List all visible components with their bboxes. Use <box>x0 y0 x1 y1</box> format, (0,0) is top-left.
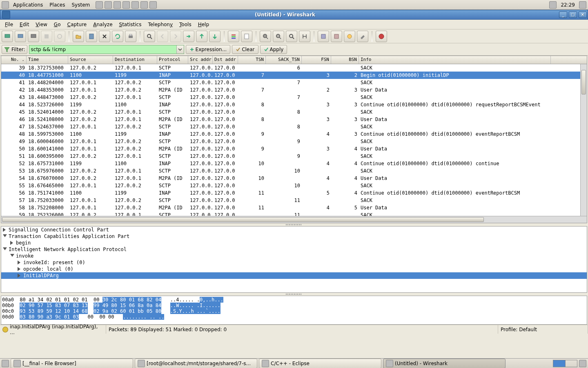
collapse-icon[interactable] <box>3 247 7 251</box>
packet-list-hscrollbar[interactable] <box>1 216 587 223</box>
gnome-menu-places[interactable]: Places <box>47 1 67 9</box>
save-button[interactable] <box>86 31 97 42</box>
status-profile[interactable]: Profile: Default <box>498 325 588 334</box>
network-icon[interactable] <box>549 1 557 9</box>
menu-analyze[interactable]: Analyze <box>90 20 116 29</box>
display-filters-button[interactable] <box>331 31 342 42</box>
packet-row[interactable]: 4118.448204000127.0.0.1127.0.0.2SCTP127.… <box>1 79 587 86</box>
packet-row[interactable]: 3918.372753000127.0.0.2127.0.0.1SCTP127.… <box>1 64 587 72</box>
tree-node[interactable]: begin <box>1 240 587 246</box>
packet-row[interactable]: 4318.448473000127.0.0.2127.0.0.1SCTP127.… <box>1 94 587 101</box>
packet-row[interactable]: 4418.52372600011991100INAP127.0.0.127.0.… <box>1 101 587 108</box>
restart-capture-button[interactable] <box>54 31 65 42</box>
expand-icon[interactable] <box>3 228 7 232</box>
trash-icon[interactable] <box>579 360 586 367</box>
packet-bytes-pane[interactable]: 00a0 80 a1 34 02 01 01 02 01 00 30 2c 80… <box>1 296 587 325</box>
open-button[interactable] <box>73 31 84 42</box>
tree-node[interactable]: invoke <box>1 253 587 259</box>
launcher-icon[interactable] <box>140 1 148 9</box>
tree-node[interactable]: Signalling Connection Control Part <box>1 227 587 233</box>
tree-node[interactable]: InitialDPArg <box>1 272 587 279</box>
packet-row[interactable]: 5618.75174100011001199INAP127.0.0.127.0.… <box>1 189 587 197</box>
expression-button[interactable]: Expression... <box>186 45 231 54</box>
gnome-menu-applications[interactable]: Applications <box>11 1 45 9</box>
column-header-tsn[interactable]: TSN <box>238 56 266 64</box>
expand-icon[interactable] <box>10 241 14 245</box>
hex-line[interactable]: 00d0 03 80 90 a3 9c 01 03 00 00 00 .....… <box>2 314 586 320</box>
column-header-time[interactable]: Time <box>27 56 68 64</box>
help-button[interactable] <box>376 31 387 42</box>
scrollbar-thumb[interactable] <box>2 217 484 222</box>
launcher-icon[interactable] <box>105 1 112 9</box>
show-desktop-icon[interactable] <box>2 360 9 367</box>
taskbar-button[interactable]: (Untitled) - Wireshark <box>383 359 506 368</box>
launcher-icon[interactable] <box>122 1 130 9</box>
clear-button[interactable]: Clear <box>232 45 258 54</box>
packet-list-pane[interactable]: No. . Time Source Destination Protocol S… <box>1 56 587 223</box>
expand-icon[interactable] <box>18 260 22 265</box>
column-header-source[interactable]: Source <box>68 56 113 64</box>
preferences-button[interactable] <box>357 31 368 42</box>
zoom-reset-button[interactable] <box>286 31 297 42</box>
taskbar-button[interactable]: [__final - File Browser] <box>11 359 133 368</box>
go-back-button[interactable] <box>157 31 168 42</box>
menu-capture[interactable]: Capture <box>64 20 90 29</box>
tree-node[interactable]: opcode: local (0) <box>1 266 587 272</box>
column-header-fsn[interactable]: FSN <box>302 56 331 64</box>
hex-line[interactable]: 00b0 02 90 57 15 83 07 83 13 99 49 80 15… <box>2 303 586 308</box>
filter-input[interactable] <box>29 45 184 54</box>
minimize-button[interactable]: _ <box>559 11 567 18</box>
colorize-button[interactable] <box>228 31 239 42</box>
expert-info-icon[interactable] <box>2 327 8 332</box>
window-titlebar[interactable]: (Untitled) - Wireshark _ ▢ × <box>0 10 588 20</box>
packet-row[interactable]: 5218.67573100011991100INAP127.0.0.127.0.… <box>1 160 587 167</box>
gnome-menu-system[interactable]: System <box>69 1 92 9</box>
column-header-no[interactable]: No. . <box>1 56 27 64</box>
column-header-destination[interactable]: Destination <box>113 56 157 64</box>
packet-details-pane[interactable]: Signalling Connection Control PartTransa… <box>1 226 587 293</box>
menu-tools[interactable]: Tools <box>176 20 195 29</box>
packet-row[interactable]: 5418.676070000127.0.0.2127.0.0.1M2PA (ID… <box>1 175 587 182</box>
column-header-sack-tsn[interactable]: SACK_TSN <box>266 56 302 64</box>
column-header-src-addr[interactable]: Src addr <box>188 56 213 64</box>
packet-row[interactable]: 4718.524637000127.0.0.1127.0.0.2SCTP127.… <box>1 123 587 130</box>
packet-row[interactable]: 4218.448353000127.0.0.1127.0.0.2M2PA (ID… <box>1 86 587 94</box>
hex-line[interactable]: 00c0 93 53 89 59 12 10 14 68 02 9a 02 60… <box>2 308 586 314</box>
start-capture-button[interactable] <box>28 31 39 42</box>
packet-row[interactable]: 4018.44775100011001199INAP127.0.0.127.0.… <box>1 72 587 79</box>
find-button[interactable] <box>144 31 155 42</box>
tree-node[interactable]: invokeId: present (0) <box>1 259 587 266</box>
packet-row[interactable]: 5818.752208000127.0.0.1127.0.0.2M2PA (ID… <box>1 204 587 211</box>
apply-button[interactable]: Apply <box>260 45 287 54</box>
scrollbar-thumb[interactable] <box>581 70 586 94</box>
coloring-rules-button[interactable] <box>344 31 355 42</box>
packet-row[interactable]: 5118.600395000127.0.0.2127.0.0.1SCTP127.… <box>1 153 587 160</box>
workspace-switcher[interactable] <box>553 360 577 367</box>
collapse-icon[interactable] <box>3 234 7 238</box>
menu-help[interactable]: Help <box>195 20 212 29</box>
clock[interactable]: 22:29 <box>558 2 577 8</box>
zoom-in-button[interactable] <box>260 31 271 42</box>
go-to-button[interactable] <box>183 31 194 42</box>
tree-node[interactable]: Intelligent Network Application Protocol <box>1 246 587 253</box>
resize-columns-button[interactable] <box>299 31 310 42</box>
packet-row[interactable]: 5018.600141000127.0.0.1127.0.0.2M2PA (ID… <box>1 145 587 153</box>
menu-go[interactable]: Go <box>51 20 64 29</box>
interfaces-button[interactable] <box>2 31 13 42</box>
column-header-protocol[interactable]: Protocol <box>157 56 188 64</box>
packet-row[interactable]: 4518.524014000127.0.0.2127.0.0.1SCTP127.… <box>1 108 587 116</box>
packet-row[interactable]: 4818.59975300011001199INAP127.0.0.127.0.… <box>1 130 587 138</box>
menu-telephony[interactable]: Telephony <box>145 20 176 29</box>
collapse-icon[interactable] <box>10 254 14 258</box>
packet-row[interactable]: 5318.675976000127.0.0.2127.0.0.1SCTP127.… <box>1 167 587 175</box>
go-last-button[interactable] <box>209 31 220 42</box>
splitter-1[interactable] <box>0 223 588 226</box>
auto-scroll-button[interactable] <box>241 31 252 42</box>
packet-list-vscrollbar[interactable] <box>580 64 587 216</box>
launcher-icon[interactable] <box>131 1 139 9</box>
expand-icon[interactable] <box>18 267 22 271</box>
splitter-2[interactable] <box>0 293 588 296</box>
close-button[interactable]: × <box>579 11 587 18</box>
packet-row[interactable]: 5918.752326000127.0.0.2127.0.0.1SCTP127.… <box>1 211 587 216</box>
go-first-button[interactable] <box>196 31 207 42</box>
